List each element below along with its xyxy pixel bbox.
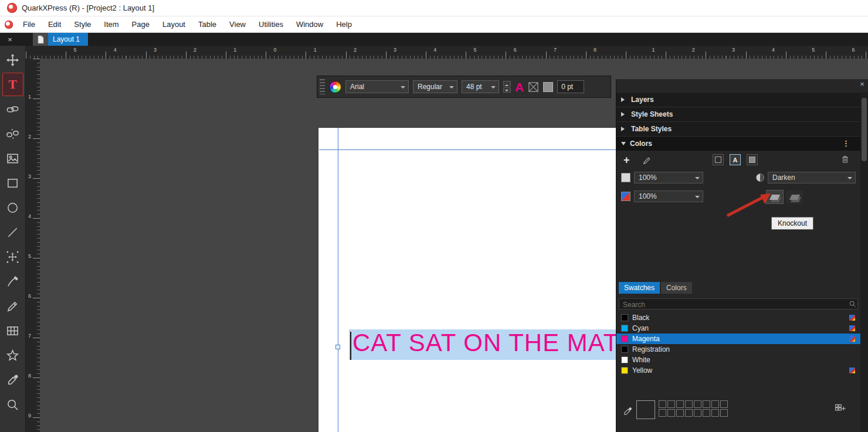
baseline-shift-field[interactable]: 0 pt xyxy=(557,80,584,93)
empty-swatch-cell[interactable] xyxy=(703,409,710,417)
horizontal-ruler[interactable]: 54321012345678123456 xyxy=(26,46,868,59)
picture-content-tool[interactable] xyxy=(2,147,23,170)
add-color-button[interactable]: + xyxy=(623,155,630,165)
unlinking-tool[interactable] xyxy=(2,122,23,145)
text-color-button[interactable]: A xyxy=(515,81,524,93)
item-tool[interactable] xyxy=(2,48,23,72)
empty-swatch-cell[interactable] xyxy=(659,409,666,417)
empty-swatch-cell[interactable] xyxy=(676,400,684,408)
vertical-scrollbar[interactable] xyxy=(860,92,868,432)
menu-file[interactable]: File xyxy=(16,18,42,31)
overprint-button[interactable] xyxy=(786,191,803,203)
text-color-mode-button[interactable]: A xyxy=(730,154,741,165)
pencil-tool[interactable] xyxy=(2,294,23,318)
step-up-icon[interactable] xyxy=(503,81,511,86)
tab-colors[interactable]: Colors xyxy=(661,282,692,294)
ruler-number: 1 xyxy=(652,47,655,53)
edit-color-icon[interactable] xyxy=(642,156,652,165)
menu-help[interactable]: Help xyxy=(330,18,358,31)
empty-swatch-cell[interactable] xyxy=(703,400,710,408)
menu-item[interactable]: Item xyxy=(97,18,125,31)
opacity-select[interactable]: 100% xyxy=(634,191,703,202)
blend-mode-select[interactable]: Darken xyxy=(768,172,856,183)
scrollbar-thumb[interactable] xyxy=(862,98,867,161)
new-swatch-slot[interactable] xyxy=(636,400,655,419)
size-stepper xyxy=(503,81,511,93)
no-style-icon[interactable] xyxy=(528,81,539,93)
ruler-number: 8 xyxy=(28,373,31,379)
menu-page[interactable]: Page xyxy=(126,18,156,31)
drag-handle[interactable] xyxy=(320,79,325,94)
free-transform-tool[interactable] xyxy=(2,245,23,268)
color-swatch-row[interactable]: Cyan xyxy=(616,323,860,334)
search-input[interactable] xyxy=(622,299,847,310)
textbox-handle-left[interactable] xyxy=(335,345,340,349)
vertical-ruler[interactable]: 123456789 xyxy=(26,59,40,432)
empty-swatch-cell[interactable] xyxy=(667,400,675,408)
empty-swatch-cell[interactable] xyxy=(711,400,719,408)
frame-color-mode-button[interactable] xyxy=(713,154,724,165)
eyedropper-tool[interactable] xyxy=(2,368,23,392)
shade-select[interactable]: 100% xyxy=(634,172,703,183)
oval-box-tool[interactable] xyxy=(2,196,23,219)
empty-swatch-cell[interactable] xyxy=(685,400,693,408)
palette-header-layers[interactable]: Layers xyxy=(616,92,860,107)
tab-swatches[interactable]: Swatches xyxy=(619,282,660,294)
linking-tool[interactable] xyxy=(2,97,23,121)
background-swatch[interactable] xyxy=(543,82,553,92)
color-chip xyxy=(621,356,628,363)
color-swatch-row[interactable]: White xyxy=(616,355,860,365)
layout-tab-strip: × Layout 1 xyxy=(0,33,868,46)
color-swatch-row[interactable]: Registration xyxy=(616,344,860,355)
menu-style[interactable]: Style xyxy=(67,18,97,31)
zoom-tool[interactable] xyxy=(2,393,23,416)
menu-window[interactable]: Window xyxy=(290,18,330,31)
step-down-icon[interactable] xyxy=(503,87,511,93)
layout-tab[interactable]: Layout 1 xyxy=(33,33,88,46)
app-menu-icon[interactable] xyxy=(5,21,13,29)
selected-text[interactable]: CAT SAT ON THE MAT xyxy=(349,329,622,360)
empty-swatch-cell[interactable] xyxy=(711,409,719,417)
palette-header-style-sheets[interactable]: Style Sheets xyxy=(616,107,860,121)
starburst-tool[interactable] xyxy=(2,343,23,367)
menu-edit[interactable]: Edit xyxy=(42,18,67,31)
rectangle-box-tool[interactable] xyxy=(2,171,23,195)
empty-swatch-cell[interactable] xyxy=(720,400,728,408)
color-swatch-row[interactable]: Black xyxy=(616,312,860,323)
menu-table[interactable]: Table xyxy=(192,18,223,31)
bezier-pen-tool[interactable] xyxy=(2,270,23,293)
kebab-menu-icon[interactable]: ⋮ xyxy=(842,139,850,148)
color-swatch-row[interactable]: Yellow xyxy=(616,365,860,376)
color-type-icon xyxy=(849,335,856,342)
font-family-select[interactable]: Arial xyxy=(345,80,409,93)
palette-header-table-styles[interactable]: Table Styles xyxy=(616,121,860,136)
empty-swatch-cell[interactable] xyxy=(667,409,675,417)
font-size-select[interactable]: 48 pt xyxy=(462,80,499,93)
knockout-button[interactable] xyxy=(767,191,783,203)
font-style-select[interactable]: Regular xyxy=(413,80,457,93)
menu-utilities[interactable]: Utilities xyxy=(252,18,290,31)
palette-header-colors[interactable]: Colors ⋮ xyxy=(616,136,860,151)
blend-mode-value: Darken xyxy=(772,174,795,182)
text-content-tool[interactable]: T xyxy=(2,73,23,96)
empty-swatch-cell[interactable] xyxy=(720,409,728,417)
close-icon[interactable]: × xyxy=(858,80,866,89)
color-wheel-icon[interactable] xyxy=(329,81,341,93)
empty-swatch-cell[interactable] xyxy=(676,409,684,417)
table-tool[interactable] xyxy=(2,319,23,342)
add-swatch-grid-icon[interactable] xyxy=(835,403,846,414)
eyedropper-icon[interactable] xyxy=(622,406,633,417)
close-icon[interactable]: × xyxy=(0,35,20,44)
empty-swatch-cell[interactable] xyxy=(694,400,701,408)
empty-swatch-cell[interactable] xyxy=(659,400,666,408)
empty-swatch-cell[interactable] xyxy=(694,409,701,417)
line-tool[interactable] xyxy=(2,220,23,244)
color-name: Cyan xyxy=(632,324,649,332)
color-swatch-row[interactable]: Magenta xyxy=(616,334,860,344)
menu-view[interactable]: View xyxy=(223,18,252,31)
background-color-mode-button[interactable] xyxy=(747,154,758,165)
trash-icon[interactable] xyxy=(840,155,850,164)
empty-swatch-cell[interactable] xyxy=(685,409,693,417)
menu-layout[interactable]: Layout xyxy=(156,18,192,31)
page[interactable] xyxy=(318,128,638,432)
